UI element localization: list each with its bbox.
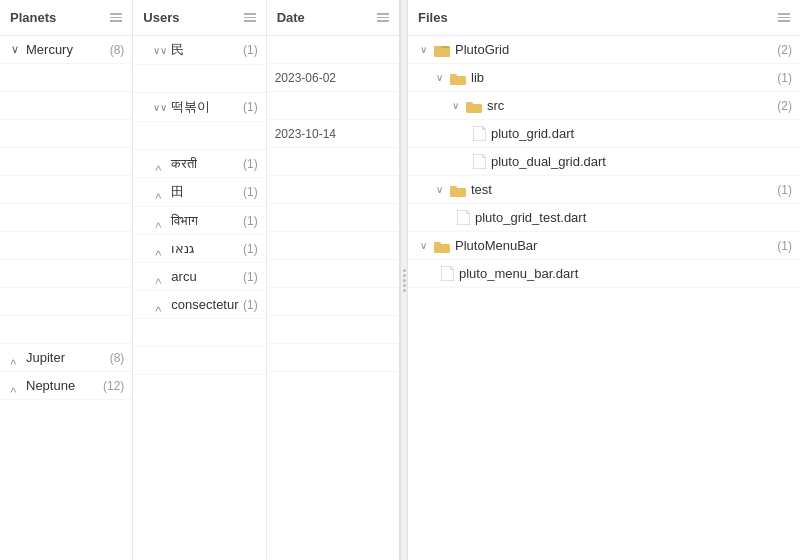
mercury-chevron-icon: ∨ (8, 43, 22, 57)
user-karti-label: करती (171, 156, 239, 172)
date-empty-3 (267, 148, 399, 176)
user-gnao-row[interactable]: > גנאו (1) (133, 235, 265, 263)
plutomenubar-folder-icon (434, 239, 450, 253)
planets-column-header: Planets (0, 0, 132, 36)
date-2023-10-14-row: 2023-10-14 (267, 120, 399, 148)
right-panel: Files ∨ PlutoGrid (2) ∨ (408, 0, 800, 560)
user-tteokbokki-chevron-icon: ∨ (153, 100, 167, 114)
neptune-count: (12) (103, 379, 124, 393)
mercury-user5-spacer (0, 232, 132, 260)
user-gnao-count: (1) (243, 242, 258, 256)
user-min-chevron-icon: ∨ (153, 43, 167, 57)
date-2023-10-14: 2023-10-14 (275, 127, 336, 141)
pluto-menu-bar-dart-label: pluto_menu_bar.dart (459, 266, 792, 281)
user-tian-row[interactable]: > 田 (1) (133, 178, 265, 207)
planets-header-label: Planets (10, 10, 56, 25)
mercury-user1-spacer (0, 64, 132, 92)
pluto-grid-dart-row[interactable]: pluto_grid.dart (408, 120, 800, 148)
user-arcu-label: arcu (171, 269, 239, 284)
date-column: Date 2023-06-02 2023-10-14 (267, 0, 399, 560)
app-container: Planets ∨ Mercury (8) (0, 0, 800, 560)
user-tteokbokki-count: (1) (243, 100, 258, 114)
date-empty-7 (267, 260, 399, 288)
user-min-row[interactable]: ∨ 民 (1) (133, 36, 265, 65)
date-empty-9 (267, 316, 399, 344)
date-empty-1 (267, 36, 399, 64)
date-empty-8 (267, 288, 399, 316)
pluto-dual-grid-dart-label: pluto_dual_grid.dart (491, 154, 792, 169)
jupiter-label: Jupiter (26, 350, 106, 365)
lib-chevron-icon: ∨ (432, 71, 446, 85)
files-header: Files (408, 0, 800, 36)
user-min-date-row (133, 65, 265, 93)
user-arcu-chevron-icon: > (153, 270, 167, 284)
pluto-menu-bar-dart-row[interactable]: pluto_menu_bar.dart (408, 260, 800, 288)
date-menu-icon[interactable] (377, 13, 389, 22)
date-empty-5 (267, 204, 399, 232)
date-empty-6 (267, 232, 399, 260)
src-count: (2) (777, 99, 792, 113)
user-min-count: (1) (243, 43, 258, 57)
test-folder-icon (450, 183, 466, 197)
divider-dots (403, 269, 406, 292)
user-consectetur-chevron-icon: > (153, 298, 167, 312)
src-chevron-icon: ∨ (448, 99, 462, 113)
mercury-user2-date-spacer (0, 148, 132, 176)
pluto-dual-grid-dart-row[interactable]: pluto_dual_grid.dart (408, 148, 800, 176)
plutogrid-label: PlutoGrid (455, 42, 773, 57)
files-content: ∨ PlutoGrid (2) ∨ lib (408, 36, 800, 560)
users-column-header: Users (133, 0, 265, 36)
date-header-label: Date (277, 10, 305, 25)
planet-jupiter-row[interactable]: > Jupiter (8) (0, 344, 132, 372)
lib-folder-row[interactable]: ∨ lib (1) (408, 64, 800, 92)
files-menu-icon[interactable] (778, 13, 790, 22)
src-folder-icon (466, 99, 482, 113)
user-tteokbokki-label: 떡볶이 (171, 98, 239, 116)
user-tian-chevron-icon: > (153, 185, 167, 199)
date-2023-06-02: 2023-06-02 (275, 71, 336, 85)
plutogrid-folder-row[interactable]: ∨ PlutoGrid (2) (408, 36, 800, 64)
neptune-user-spacer (133, 347, 265, 375)
pluto-grid-dart-label: pluto_grid.dart (491, 126, 792, 141)
user-arcu-row[interactable]: > arcu (1) (133, 263, 265, 291)
date-2023-06-02-row: 2023-06-02 (267, 64, 399, 92)
user-consectetur-count: (1) (243, 298, 258, 312)
planet-mercury-row[interactable]: ∨ Mercury (8) (0, 36, 132, 64)
users-header-label: Users (143, 10, 179, 25)
date-empty-2 (267, 92, 399, 120)
user-vibhag-chevron-icon: > (153, 214, 167, 228)
neptune-label: Neptune (26, 378, 99, 393)
user-tteokbokki-row[interactable]: ∨ 떡볶이 (1) (133, 93, 265, 122)
test-count: (1) (777, 183, 792, 197)
users-menu-icon[interactable] (244, 13, 256, 22)
src-folder-row[interactable]: ∨ src (2) (408, 92, 800, 120)
plutomenubar-label: PlutoMenuBar (455, 238, 773, 253)
jupiter-chevron-icon: > (8, 351, 22, 365)
test-folder-row[interactable]: ∨ test (1) (408, 176, 800, 204)
planets-menu-icon[interactable] (110, 13, 122, 22)
jupiter-user-spacer (133, 319, 265, 347)
mercury-user4-spacer (0, 204, 132, 232)
pluto-grid-test-dart-label: pluto_grid_test.dart (475, 210, 792, 225)
pluto-dual-grid-dart-icon (472, 154, 486, 170)
user-karti-chevron-icon: > (153, 157, 167, 171)
lib-folder-icon (450, 71, 466, 85)
user-arcu-count: (1) (243, 270, 258, 284)
plutogrid-chevron-icon: ∨ (416, 43, 430, 57)
plutomenubar-chevron-icon: ∨ (416, 239, 430, 253)
planet-neptune-row[interactable]: > Neptune (12) (0, 372, 132, 400)
jupiter-count: (8) (110, 351, 125, 365)
user-consectetur-row[interactable]: > consectetur (1) (133, 291, 265, 319)
pluto-grid-test-dart-icon (456, 210, 470, 226)
neptune-chevron-icon: > (8, 379, 22, 393)
mercury-label: Mercury (26, 42, 106, 57)
mercury-user6-spacer (0, 260, 132, 288)
pluto-grid-test-dart-row[interactable]: pluto_grid_test.dart (408, 204, 800, 232)
user-karti-row[interactable]: > करती (1) (133, 150, 265, 178)
panel-divider[interactable] (400, 0, 408, 560)
user-vibhag-row[interactable]: > विभाग (1) (133, 207, 265, 235)
lib-count: (1) (777, 71, 792, 85)
date-column-header: Date (267, 0, 399, 36)
plutomenubar-folder-row[interactable]: ∨ PlutoMenuBar (1) (408, 232, 800, 260)
date-empty-4 (267, 176, 399, 204)
